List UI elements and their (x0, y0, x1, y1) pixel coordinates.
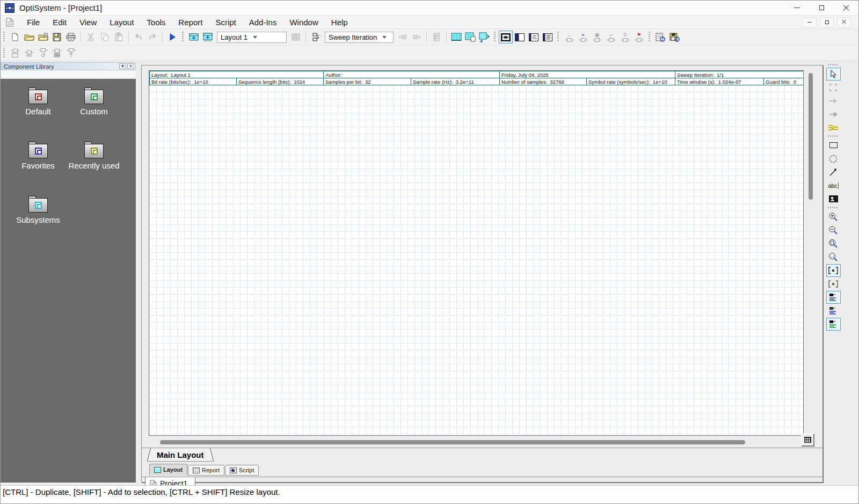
list-view-mode-button[interactable] (527, 31, 541, 43)
import-project-button[interactable] (36, 31, 50, 43)
layout-selector[interactable]: Layout 1 (217, 32, 287, 43)
script-save-button[interactable] (667, 31, 681, 43)
fit-horizontal-button[interactable] (826, 264, 841, 277)
distribute-horizontal-button[interactable] (826, 304, 841, 317)
flag-component-button[interactable]: ⚑ (632, 31, 646, 43)
draw-ellipse-tool[interactable] (826, 152, 841, 165)
menu-edit[interactable]: Edit (46, 17, 73, 28)
details-view-mode-button[interactable] (541, 31, 555, 43)
menu-add-ins[interactable]: Add-Ins (243, 17, 283, 28)
library-folder-favorites[interactable]: Favorites (10, 141, 66, 171)
toolbar-drag-handle[interactable] (182, 32, 184, 42)
report-view-button[interactable] (463, 31, 477, 43)
browse-component-button[interactable]: ▱ (604, 31, 618, 43)
zoom-one-to-one-button[interactable]: 1:1 (826, 251, 841, 264)
birds-eye-view-button[interactable] (801, 433, 814, 447)
auto-connect-paths-button[interactable] (826, 121, 841, 134)
library-folder-custom[interactable]: Custom (66, 86, 122, 116)
child-restore-button[interactable] (820, 17, 834, 27)
zoom-to-page-button[interactable] (826, 237, 841, 250)
paste-button[interactable] (112, 31, 126, 43)
component-refresh-button[interactable]: ↺ (36, 47, 50, 60)
tab-script[interactable]: Script (225, 465, 259, 476)
component-label-button[interactable] (8, 47, 22, 60)
key-component-button[interactable]: ⚲ (618, 31, 632, 43)
new-project-button[interactable] (8, 31, 22, 43)
insert-image-tool[interactable] (826, 193, 841, 206)
document-system-icon[interactable] (5, 18, 14, 27)
toolbar-drag-handle[interactable] (828, 64, 839, 65)
connect-port-tool-button[interactable] (826, 94, 841, 107)
header-author-cell: Author: (324, 71, 500, 78)
open-project-button[interactable] (22, 31, 36, 43)
draw-line-tool[interactable] (826, 166, 841, 179)
vertical-scrollbar-thumb[interactable] (809, 73, 813, 200)
tab-layout[interactable]: Layout (149, 464, 187, 476)
horizontal-scrollbar-thumb[interactable] (160, 440, 745, 444)
component-grid-button[interactable] (50, 47, 64, 60)
redo-button[interactable] (145, 31, 159, 43)
horizontal-scrollbar[interactable] (152, 440, 797, 445)
menu-report[interactable]: Report (172, 17, 209, 28)
component-help-button[interactable]: ? (64, 47, 78, 60)
component-parameters-button[interactable] (22, 47, 36, 60)
menu-script[interactable]: Script (209, 17, 242, 28)
toolbar-drag-handle[interactable] (3, 48, 5, 59)
parameter-table-button[interactable] (430, 31, 443, 43)
script-view-button[interactable] (477, 31, 491, 43)
zoom-in-button[interactable] (826, 210, 841, 223)
edit-component-button[interactable]: ▣ (590, 31, 604, 43)
add-component-button[interactable]: ➤ (576, 31, 590, 43)
toolbar-drag-handle[interactable] (649, 32, 650, 42)
library-folder-default[interactable]: Default (10, 86, 66, 116)
component-view-mode-button[interactable] (499, 31, 513, 43)
split-view-mode-button[interactable] (513, 31, 527, 43)
restore-button[interactable] (809, 1, 834, 15)
draw-rectangle-tool[interactable] (826, 139, 841, 152)
previous-sweep-button[interactable] (396, 31, 410, 43)
panel-close-button[interactable]: × (127, 63, 134, 69)
duplicate-layout-button[interactable] (201, 31, 215, 43)
toolbar-drag-handle[interactable] (494, 32, 496, 42)
script-form-button[interactable] (653, 31, 667, 43)
menu-help[interactable]: Help (325, 17, 354, 28)
copy-button[interactable] (98, 31, 112, 43)
tab-report[interactable]: Report (188, 465, 224, 476)
distribute-vertical-button[interactable] (826, 318, 841, 331)
menu-file[interactable]: File (20, 17, 46, 28)
save-project-button[interactable] (50, 31, 64, 43)
new-layout-button[interactable] (187, 31, 201, 43)
print-button[interactable] (64, 31, 78, 43)
toolbar-drag-handle[interactable] (3, 32, 5, 42)
undo-button[interactable] (132, 31, 145, 43)
child-minimize-button[interactable] (803, 17, 817, 27)
menu-tools[interactable]: Tools (140, 17, 172, 28)
layout-view-button[interactable] (449, 31, 463, 43)
library-folder-recently-used[interactable]: Recently used (66, 141, 122, 171)
toolbar-drag-handle[interactable] (557, 32, 559, 42)
next-sweep-button[interactable] (410, 31, 424, 43)
library-folder-subsystems[interactable]: Subsystems (10, 195, 66, 225)
region-select-tool-button[interactable] (826, 81, 841, 94)
sweep-selector[interactable]: Sweep Iteration (325, 32, 394, 43)
child-close-button[interactable] (837, 17, 851, 27)
main-layout-tab[interactable]: Main Layout (148, 448, 213, 462)
zoom-out-button[interactable] (826, 224, 841, 237)
panel-minimize-button[interactable]: ▾ (119, 63, 126, 69)
fit-vertical-button[interactable] (826, 277, 841, 290)
text-tool[interactable]: abc (826, 179, 841, 192)
connection-tool-button[interactable] (826, 108, 841, 121)
minimize-button[interactable] (784, 1, 809, 15)
select-tool-button[interactable] (826, 68, 841, 81)
menu-layout[interactable]: Layout (103, 17, 140, 28)
menu-view[interactable]: View (73, 17, 103, 28)
download-component-button[interactable]: ↓ (562, 31, 576, 43)
sweep-mode-button[interactable] (309, 31, 323, 43)
menu-window[interactable]: Window (283, 17, 324, 28)
calculate-play-button[interactable] (165, 31, 179, 43)
layout-properties-button[interactable] (289, 31, 303, 43)
layout-canvas[interactable]: Layout: Layout 1 Author: Friday, July 04… (149, 70, 804, 436)
align-components-button[interactable] (826, 291, 841, 304)
cut-button[interactable] (84, 31, 98, 43)
close-button[interactable] (834, 1, 858, 15)
